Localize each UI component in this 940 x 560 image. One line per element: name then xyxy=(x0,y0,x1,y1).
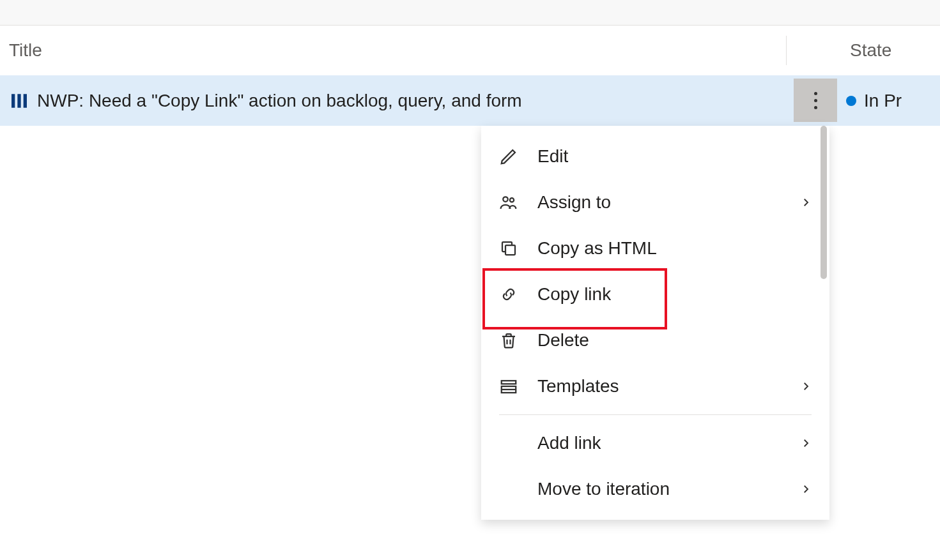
menu-label: Edit xyxy=(537,146,812,167)
toolbar-strip xyxy=(0,0,940,26)
svg-rect-3 xyxy=(502,381,516,384)
menu-divider xyxy=(499,414,812,415)
column-header-state[interactable]: State xyxy=(850,40,891,61)
chevron-right-icon xyxy=(800,437,812,449)
work-item-row[interactable]: NWP: Need a "Copy Link" action on backlo… xyxy=(0,75,940,126)
work-item-state: In Pr xyxy=(846,91,902,111)
chevron-right-icon xyxy=(800,197,812,208)
menu-item-copy-html[interactable]: Copy as HTML xyxy=(481,225,829,271)
menu-item-move-iteration[interactable]: Move to iteration xyxy=(481,466,829,512)
menu-label: Copy as HTML xyxy=(537,238,812,259)
people-icon xyxy=(499,193,518,212)
svg-point-1 xyxy=(510,198,514,202)
svg-point-0 xyxy=(503,197,508,202)
more-icon xyxy=(814,92,817,109)
menu-item-add-link[interactable]: Add link xyxy=(481,420,829,466)
link-icon xyxy=(499,285,518,304)
trash-icon xyxy=(499,331,518,350)
column-header-row: Title State xyxy=(0,26,940,75)
templates-icon xyxy=(499,377,518,396)
edit-icon xyxy=(499,147,518,166)
menu-item-assign-to[interactable]: Assign to xyxy=(481,179,829,225)
menu-label: Move to iteration xyxy=(537,479,800,499)
copy-icon xyxy=(499,239,518,258)
svg-rect-2 xyxy=(505,245,515,255)
menu-label: Assign to xyxy=(537,192,800,213)
menu-label: Templates xyxy=(537,376,800,397)
menu-item-copy-link[interactable]: Copy link xyxy=(481,271,829,317)
menu-label: Add link xyxy=(537,433,800,453)
menu-item-templates[interactable]: Templates xyxy=(481,363,829,409)
chevron-right-icon xyxy=(800,483,812,495)
more-actions-button[interactable] xyxy=(794,79,837,122)
column-divider[interactable] xyxy=(786,36,787,65)
menu-item-edit[interactable]: Edit xyxy=(481,133,829,179)
menu-label: Copy link xyxy=(537,284,812,305)
work-item-type-icon xyxy=(9,91,29,111)
chevron-right-icon xyxy=(800,381,812,392)
context-menu: Edit Assign to Copy as HTML Copy link De… xyxy=(481,126,829,520)
menu-label: Delete xyxy=(537,330,812,351)
state-text: In Pr xyxy=(864,91,902,111)
work-item-title: NWP: Need a "Copy Link" action on backlo… xyxy=(37,91,522,111)
column-header-title[interactable]: Title xyxy=(0,40,786,61)
state-indicator-icon xyxy=(846,96,856,106)
menu-item-delete[interactable]: Delete xyxy=(481,317,829,363)
